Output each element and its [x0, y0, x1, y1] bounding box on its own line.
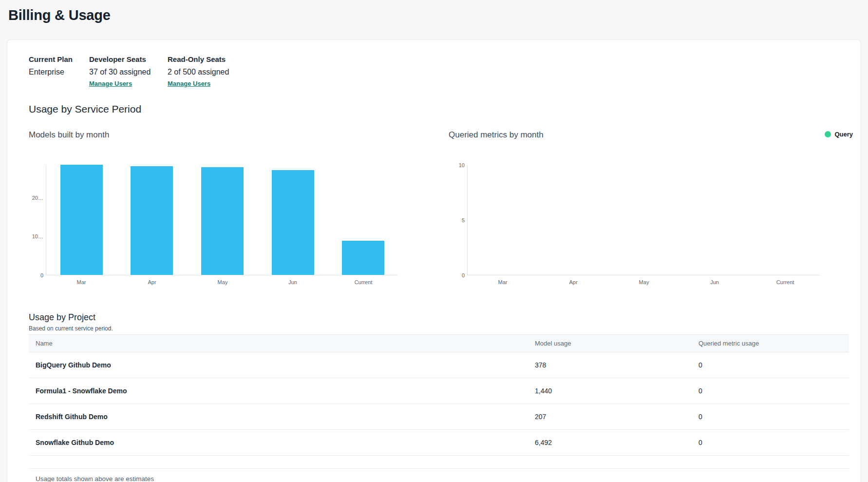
project-name-cell: Redshift Github Demo: [29, 413, 528, 421]
query-legend-dot-icon: [825, 131, 831, 137]
table-row: Snowflake Github Demo6,4920: [29, 430, 849, 456]
manage-users-link-readonly[interactable]: Manage Users: [168, 80, 210, 87]
current-plan-value: Enterprise: [29, 68, 73, 77]
x-axis-tick-label: Current: [355, 279, 373, 285]
developer-seats-value: 37 of 30 assigned: [89, 68, 151, 77]
table-row: BigQuery Github Demo3780: [29, 352, 849, 378]
project-usage-subheading: Based on current service period.: [29, 325, 113, 332]
model-usage-cell: 207: [528, 413, 692, 421]
model-usage-cell: 6,492: [528, 439, 692, 446]
model-usage-cell: 1,440: [528, 387, 692, 395]
queried-metrics-chart: 0510MarAprMayJunCurrent: [467, 165, 820, 275]
x-axis-tick-label: Apr: [569, 279, 577, 285]
queried-metric-usage-cell: 0: [692, 387, 849, 395]
service-period-heading: Usage by Service Period: [29, 103, 141, 115]
table-body: BigQuery Github Demo3780Formula1 - Snowf…: [29, 352, 849, 456]
bar-mar: [60, 165, 103, 275]
query-legend: Query: [825, 131, 853, 138]
developer-seats-label: Developer Seats: [89, 55, 151, 63]
x-axis-tick-label: Current: [776, 279, 794, 285]
current-plan-column: Current Plan Enterprise: [29, 55, 73, 77]
project-name-cell: Formula1 - Snowflake Demo: [29, 387, 528, 395]
bar-current: [342, 241, 384, 275]
metrics-chart-title: Queried metrics by month: [449, 130, 544, 140]
query-legend-label: Query: [834, 131, 853, 138]
models-built-chart: 010…20…MarAprMayJunCurrent: [46, 165, 398, 275]
readonly-seats-column: Read-Only Seats 2 of 500 assigned Manage…: [168, 55, 229, 88]
x-axis-tick-label: May: [639, 279, 649, 285]
queried-metric-usage-cell: 0: [692, 439, 849, 446]
y-axis-tick-label: 10: [459, 162, 465, 168]
bar-apr: [131, 166, 173, 275]
queried-metric-usage-cell: 0: [692, 413, 849, 421]
x-axis-tick-label: Jun: [288, 279, 297, 285]
page-title: Billing & Usage: [8, 7, 111, 23]
manage-users-link-developer[interactable]: Manage Users: [89, 80, 132, 87]
table-row: Formula1 - Snowflake Demo1,4400: [29, 378, 849, 404]
project-name-cell: BigQuery Github Demo: [29, 361, 528, 369]
table-row: Redshift Github Demo2070: [29, 404, 849, 430]
column-header-name: Name: [29, 340, 528, 347]
y-axis-tick-label: 0: [462, 272, 465, 278]
usage-estimates-footnote: Usage totals shown above are estimates: [29, 475, 849, 482]
table-header-row: Name Model usage Queried metric usage: [29, 334, 849, 352]
x-axis-tick-label: May: [218, 279, 228, 285]
table-footer-spacer: [29, 456, 849, 469]
model-usage-cell: 378: [528, 361, 692, 369]
project-usage-heading: Usage by Project: [29, 312, 95, 323]
developer-seats-column: Developer Seats 37 of 30 assigned Manage…: [89, 55, 151, 88]
y-axis-tick-label: 10…: [32, 233, 43, 239]
y-axis-tick-label: 5: [462, 217, 465, 223]
x-axis-tick-label: Apr: [148, 279, 156, 285]
y-axis-tick-label: 0: [40, 272, 43, 278]
x-axis-tick-label: Jun: [710, 279, 719, 285]
x-axis-tick-label: Mar: [498, 279, 508, 285]
bar-may: [201, 167, 244, 275]
readonly-seats-value: 2 of 500 assigned: [168, 68, 229, 77]
y-axis-tick-label: 20…: [32, 195, 43, 201]
queried-metric-usage-cell: 0: [692, 361, 849, 369]
models-chart-title: Models built by month: [29, 130, 109, 140]
project-name-cell: Snowflake Github Demo: [29, 439, 528, 446]
current-plan-label: Current Plan: [29, 55, 73, 63]
column-header-queried-metric-usage: Queried metric usage: [692, 340, 849, 347]
billing-card: Current Plan Enterprise Developer Seats …: [7, 39, 861, 482]
bar-jun: [272, 170, 314, 275]
readonly-seats-label: Read-Only Seats: [168, 55, 229, 63]
x-axis-tick-label: Mar: [77, 279, 86, 285]
column-header-model-usage: Model usage: [528, 340, 692, 347]
project-usage-table: Name Model usage Queried metric usage Bi…: [29, 334, 849, 482]
